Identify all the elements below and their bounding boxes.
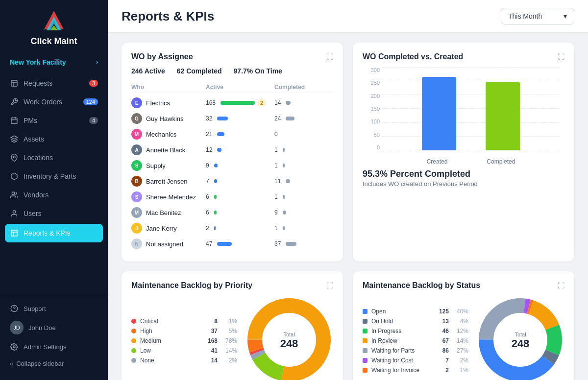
wo-stats: 246 Active 62 Completed 97.7% On Time — [131, 67, 333, 75]
waiting-parts-count: 86 — [435, 347, 449, 354]
completed-bar — [486, 82, 520, 150]
clickmaint-logo-icon — [39, 10, 69, 34]
map-pin-icon — [10, 153, 19, 162]
on-hold-pct: 4% — [453, 318, 468, 325]
wo-chart-card: WO Completed vs. Created ⛶ 3002502001501… — [353, 43, 574, 261]
in-progress-label: In Progress — [371, 328, 431, 334]
in-progress-dot — [363, 329, 368, 333]
sidebar-item-reports[interactable]: Reports & KPIs — [5, 224, 103, 242]
waiting-cost-pct: 2% — [453, 357, 468, 364]
pms-label: PMs — [24, 117, 37, 124]
on-hold-count: 13 — [435, 318, 449, 325]
table-row: GGuy Hawkins 32 24 — [131, 111, 333, 126]
wo-assignee-title: WO by Assignee — [131, 52, 193, 61]
legend-on-hold: On Hold 13 4% — [363, 318, 468, 325]
wo-table-body: EElectrics 1682 14 GGuy Hawkins 32 24 MM… — [131, 95, 333, 252]
support-icon — [10, 304, 19, 313]
medium-label: Medium — [140, 337, 200, 344]
in-review-dot — [363, 338, 368, 343]
requests-badge: 3 — [89, 80, 98, 87]
month-selector-label: This Month — [508, 12, 542, 20]
waiting-parts-pct: 27% — [453, 347, 468, 354]
completed-label: Completed — [487, 158, 515, 165]
facility-arrow-icon: › — [96, 59, 98, 66]
open-pct: 40% — [453, 308, 468, 315]
legend-high: High 37 5% — [131, 328, 237, 334]
locations-label: Locations — [24, 154, 53, 162]
legend-none: None 14 2% — [131, 357, 237, 364]
none-count: 14 — [204, 357, 218, 364]
sidebar-item-inventory[interactable]: Inventory & Parts — [0, 167, 108, 186]
table-row: MMac Benitez 6 9 — [131, 205, 333, 220]
expand-icon[interactable]: ⛶ — [326, 53, 333, 61]
legend-in-review: In Review 67 14% — [363, 337, 468, 344]
sidebar-item-locations[interactable]: Locations — [0, 148, 108, 167]
wo-chart-header: WO Completed vs. Created ⛶ — [363, 52, 564, 61]
critical-pct: 1% — [221, 318, 237, 325]
completed-bar-group — [486, 82, 520, 150]
table-row: SSheree Melendez 6 1 — [131, 189, 333, 205]
low-label: Low — [140, 347, 200, 354]
waiting-cost-dot — [363, 358, 368, 363]
table-row: SSupply 9 1 — [131, 158, 333, 173]
status-total-num: 248 — [512, 337, 530, 350]
col-active: Active — [206, 84, 274, 91]
medium-count: 168 — [204, 337, 218, 344]
svg-point-14 — [13, 346, 15, 348]
bar-chart: 300250200150100500 Created — [363, 67, 564, 165]
facility-selector[interactable]: New York Facility › — [0, 54, 108, 70]
on-hold-label: On Hold — [371, 318, 431, 325]
status-donut-section: Open 125 40% On Hold 13 4% In Progress 4… — [363, 296, 564, 380]
low-dot — [131, 348, 136, 353]
reports-label: Reports & KPIs — [24, 229, 71, 237]
legend-in-progress: In Progress 46 12% — [363, 328, 468, 334]
workorders-badge: 124 — [83, 98, 98, 105]
admin-settings-label: Admin Settings — [24, 343, 66, 351]
status-donut-center: Total 248 — [512, 332, 530, 350]
support-item[interactable]: Support — [0, 300, 108, 317]
priority-donut: Total 248 — [245, 296, 333, 380]
collapse-sidebar-button[interactable]: « Collapse sidebar — [0, 355, 108, 372]
sidebar-item-vendors[interactable]: Vendors — [0, 186, 108, 204]
status-legend: Open 125 40% On Hold 13 4% In Progress 4… — [363, 308, 468, 374]
in-progress-count: 46 — [435, 328, 449, 334]
high-pct: 5% — [221, 328, 237, 334]
sidebar-item-requests[interactable]: Requests 3 — [0, 74, 108, 93]
open-label: Open — [371, 308, 431, 315]
priority-donut-section: Critical 8 1% High 37 5% Medium 168 — [131, 296, 333, 380]
high-label: High — [140, 328, 200, 334]
status-donut: Total 248 — [476, 296, 564, 380]
col-completed: Completed — [274, 84, 333, 91]
sidebar-item-users[interactable]: Users — [0, 204, 108, 223]
wo-table-header: Who Active Completed — [131, 82, 333, 93]
sidebar-item-assets[interactable]: Assets — [0, 130, 108, 148]
backlog-priority-card: Maintenance Backlog by Priority ⛶ Critic… — [122, 271, 343, 380]
sidebar-logo: Click Maint — [0, 0, 108, 54]
wo-assignee-header: WO by Assignee ⛶ — [131, 52, 333, 61]
backlog-status-header: Maintenance Backlog by Status ⛶ — [363, 281, 564, 290]
low-count: 41 — [204, 347, 218, 354]
high-count: 37 — [204, 328, 218, 334]
facility-name-label: New York Facility — [10, 58, 66, 66]
logo-text: Click Maint — [30, 36, 77, 47]
sidebar-item-workorders[interactable]: Work Orders 124 — [0, 93, 108, 111]
legend-low: Low 41 14% — [131, 347, 237, 354]
wo-assignee-card: WO by Assignee ⛶ 246 Active 62 Completed… — [122, 43, 343, 261]
expand-chart-icon[interactable]: ⛶ — [558, 53, 564, 61]
month-selector-dropdown[interactable]: This Month ▾ — [501, 8, 574, 24]
expand-status-icon[interactable]: ⛶ — [558, 282, 564, 289]
legend-waiting-cost: Waiting for Cost 7 2% — [363, 357, 468, 364]
sidebar-item-pms[interactable]: PMs 4 — [0, 111, 108, 130]
priority-total-num: 248 — [280, 337, 298, 350]
sidebar-bottom: Support JD John Doe Admin Settings « Col… — [0, 295, 108, 380]
percent-note: Includes WO created on Previous Period — [363, 180, 564, 188]
legend-medium: Medium 168 78% — [131, 337, 237, 344]
user-profile[interactable]: JD John Doe — [0, 317, 108, 338]
admin-settings[interactable]: Admin Settings — [0, 338, 108, 355]
in-review-label: In Review — [371, 337, 431, 344]
inbox-icon — [10, 79, 19, 88]
svg-marker-8 — [11, 136, 17, 139]
expand-priority-icon[interactable]: ⛶ — [326, 282, 333, 289]
page-header: Reports & KPIs This Month ▾ — [108, 0, 588, 33]
legend-critical: Critical 8 1% — [131, 318, 237, 325]
